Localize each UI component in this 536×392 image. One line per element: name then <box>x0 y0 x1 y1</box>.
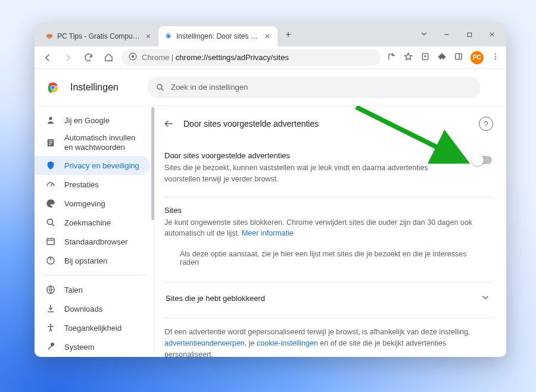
menu-icon[interactable] <box>491 52 500 63</box>
chrome-logo-icon <box>46 81 60 94</box>
sidebar-item-reset[interactable]: Instellingen resetten <box>35 356 150 357</box>
more-info-link[interactable]: Meer informatie <box>242 229 294 237</box>
shield-icon <box>45 160 56 171</box>
address-bar[interactable]: Chrome | chrome://settings/adPrivacy/sit… <box>121 49 381 66</box>
tab-strip: PC Tips - Gratis Computer Tips, Instelli… <box>35 23 506 46</box>
back-button[interactable] <box>40 51 55 65</box>
palette-icon <box>45 198 56 209</box>
svg-rect-0 <box>46 35 52 38</box>
section-heading: Door sites voorgestelde advertenties <box>164 151 463 160</box>
globe-icon <box>45 284 56 295</box>
sidebar-item-label: Systeem <box>64 343 95 352</box>
svg-point-10 <box>495 58 496 59</box>
close-icon[interactable] <box>263 32 272 40</box>
download-icon <box>45 303 56 314</box>
page-title: Door sites voorgestelde advertenties <box>183 119 470 128</box>
section-description: Je kunt ongewenste sites blokkeren. Chro… <box>164 217 492 240</box>
svg-point-9 <box>495 56 496 57</box>
search-placeholder: Zoek in de instellingen <box>171 83 248 92</box>
sidepanel-icon[interactable] <box>454 52 463 63</box>
share-icon[interactable] <box>387 52 396 63</box>
minimize-button[interactable] <box>436 26 457 43</box>
chevron-down-icon <box>480 292 491 305</box>
tab-settings[interactable]: Instellingen: Door sites voorgest <box>158 26 278 46</box>
blocked-sites-disclosure[interactable]: Sites die je hebt geblokkeerd <box>163 283 493 314</box>
sidebar-item-autofill[interactable]: Automatisch invullen en wachtwoorden <box>35 130 150 156</box>
settings-main: Door sites voorgestelde advertenties ? D… <box>155 106 506 357</box>
gear-icon <box>164 32 173 40</box>
sidebar-item-downloads[interactable]: Downloads <box>35 299 150 318</box>
form-icon <box>45 137 56 148</box>
empty-list-note: Als deze optie aanstaat, zie je hier een… <box>164 239 492 270</box>
sidebar-divider <box>43 275 147 275</box>
pctips-favicon-icon <box>45 32 54 40</box>
settings-content: Instellingen Zoek in de instellingen Jij… <box>35 69 506 357</box>
settings-sidebar[interactable]: Jij en Google Automatisch invullen en wa… <box>35 106 155 357</box>
sidebar-item-languages[interactable]: Talen <box>35 280 150 299</box>
ad-topics-link[interactable]: advertentieonderwerpen <box>164 339 245 347</box>
speedometer-icon <box>45 179 56 190</box>
search-input[interactable]: Zoek in de instellingen <box>147 77 481 98</box>
help-button[interactable]: ? <box>479 117 493 131</box>
section-heading: Sites <box>164 206 492 215</box>
new-tab-button[interactable] <box>280 26 297 43</box>
svg-rect-1 <box>48 38 51 39</box>
avatar[interactable]: PC <box>470 51 484 64</box>
toggle-knob <box>472 154 484 166</box>
sidebar-item-performance[interactable]: Prestaties <box>35 175 150 194</box>
sidebar-item-label: Standaardbrowser <box>64 237 127 246</box>
close-icon[interactable] <box>144 32 152 40</box>
person-icon <box>45 115 56 126</box>
sidebar-item-privacy[interactable]: Privacy en beveiliging <box>35 156 150 175</box>
sidebar-item-default-browser[interactable]: Standaardbrowser <box>35 232 150 251</box>
svg-point-5 <box>132 55 134 58</box>
sidebar-item-on-startup[interactable]: Bij opstarten <box>35 251 150 270</box>
install-icon[interactable] <box>420 52 430 63</box>
wrench-icon <box>45 341 56 352</box>
tab-pctips[interactable]: PC Tips - Gratis Computer Tips, <box>39 26 158 46</box>
extensions-icon[interactable] <box>437 52 447 63</box>
svg-rect-7 <box>456 54 462 59</box>
sidebar-item-label: Downloads <box>64 305 102 313</box>
maximize-button[interactable] <box>459 26 480 43</box>
svg-point-15 <box>49 117 52 120</box>
forward-button[interactable] <box>61 51 75 65</box>
sidebar-item-label: Automatisch invullen en wachtwoorden <box>64 133 139 153</box>
browser-icon <box>45 236 56 247</box>
search-icon <box>45 217 56 228</box>
sidebar-item-search-engine[interactable]: Zoekmachine <box>35 213 150 232</box>
tab-title: PC Tips - Gratis Computer Tips, <box>57 32 141 40</box>
home-button[interactable] <box>101 51 116 65</box>
url-text: Chrome | chrome://settings/adPrivacy/sit… <box>142 53 289 62</box>
sidebar-item-label: Bij opstarten <box>64 256 107 265</box>
svg-rect-18 <box>49 142 52 143</box>
reload-button[interactable] <box>81 51 95 65</box>
svg-point-14 <box>157 84 162 89</box>
chrome-logo-icon <box>129 52 137 62</box>
disclosure-label: Sites die je hebt geblokkeerd <box>166 294 265 303</box>
sidebar-item-label: Vormgeving <box>64 199 105 208</box>
bookmark-icon[interactable] <box>403 52 413 64</box>
svg-point-20 <box>47 219 52 224</box>
chrome-window: PC Tips - Gratis Computer Tips, Instelli… <box>35 23 506 357</box>
sidebar-item-system[interactable]: Systeem <box>35 337 150 356</box>
svg-rect-17 <box>49 140 52 141</box>
scrollbar-thumb[interactable] <box>151 107 154 220</box>
back-arrow-button[interactable] <box>163 118 175 130</box>
cookie-settings-link[interactable]: cookie-instellingen <box>257 339 318 347</box>
svg-rect-19 <box>49 144 51 145</box>
svg-point-8 <box>495 54 496 55</box>
sidebar-item-accessibility[interactable]: Toegankelijkheid <box>35 318 150 337</box>
browser-toolbar: Chrome | chrome://settings/adPrivacy/sit… <box>35 46 506 69</box>
close-window-button[interactable] <box>481 26 503 43</box>
settings-header: Instellingen Zoek in de instellingen <box>35 69 506 106</box>
footer-text: Of een advertentie wordt gepersonaliseer… <box>164 327 492 357</box>
chevron-down-icon[interactable] <box>419 29 429 40</box>
sidebar-item-label: Zoekmachine <box>64 218 111 227</box>
sidebar-item-you-and-google[interactable]: Jij en Google <box>35 111 150 130</box>
site-suggested-ads-toggle[interactable] <box>473 156 492 164</box>
svg-rect-21 <box>47 239 54 245</box>
accessibility-icon <box>45 322 56 333</box>
search-icon <box>155 83 165 92</box>
sidebar-item-appearance[interactable]: Vormgeving <box>35 194 150 213</box>
